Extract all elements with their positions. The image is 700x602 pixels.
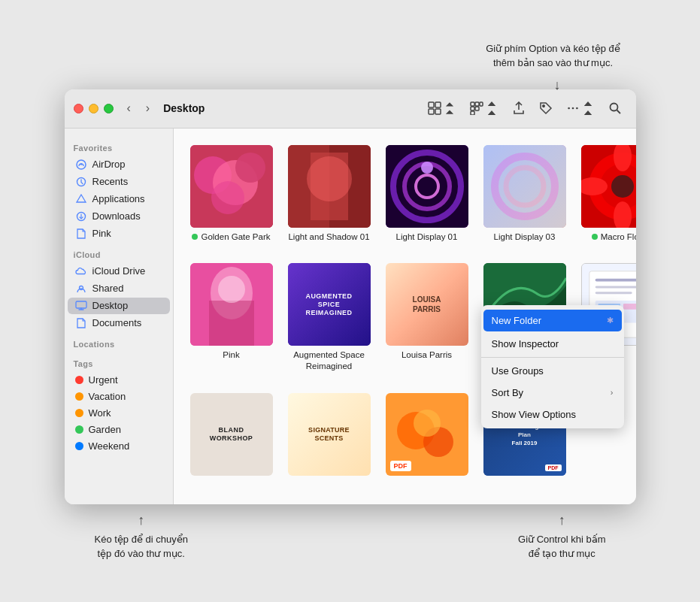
airdrop-icon (75, 159, 87, 171)
file-label-light-shadow: Light and Shadow 01 (288, 231, 369, 243)
annotation-right-text: Giữ Control khi bấm để tạo thư mục (518, 534, 605, 560)
sidebar-item-garden[interactable]: Garden (68, 422, 170, 437)
file-label-light-display-01: Light Display 01 (396, 231, 458, 243)
svg-point-35 (421, 162, 433, 174)
sidebar-item-weekend[interactable]: Weekend (68, 438, 170, 454)
context-menu-separator (481, 357, 624, 358)
file-item-augmented[interactable]: AUGMENTEDSPICEREIMAGINED Augmented Space… (283, 259, 375, 377)
shared-icon (75, 283, 87, 295)
file-item-louisa[interactable]: LOUISAPARRIS Louisa Parris (381, 259, 473, 377)
svg-rect-0 (429, 102, 434, 107)
file-label-light-display-03: Light Display 03 (494, 231, 556, 243)
svg-rect-1 (435, 102, 441, 107)
context-menu-item-show-inspector[interactable]: Show Inspector (481, 333, 624, 355)
sidebar-item-downloads[interactable]: Downloads (68, 208, 170, 225)
sidebar-item-urgent[interactable]: Urgent (68, 372, 170, 388)
file-item-light-shadow[interactable]: Light and Shadow 01 (283, 141, 375, 247)
minimize-button[interactable] (89, 104, 98, 113)
file-item-light-display-03[interactable]: Light Display 03 (479, 141, 571, 247)
view-button[interactable] (423, 98, 462, 119)
svg-point-65 (414, 410, 441, 437)
sidebar-item-work[interactable]: Work (68, 405, 170, 421)
sidebar-item-documents[interactable]: Documents (68, 315, 170, 331)
forward-button[interactable]: › (141, 98, 154, 118)
svg-rect-2 (429, 109, 434, 114)
sidebar-item-shared[interactable]: Shared (68, 280, 170, 297)
file-item-macro-flower[interactable]: Macro Flower (577, 141, 636, 247)
thumbnail-augmented: AUGMENTEDSPICEREIMAGINED (288, 263, 371, 346)
svg-rect-8 (475, 107, 479, 110)
annotation-right-arrow: ↑ (518, 510, 605, 531)
svg-point-17 (80, 163, 81, 165)
context-menu-item-sort-by[interactable]: Sort By › (481, 382, 624, 404)
sidebar-item-applications[interactable]: Applications (68, 191, 170, 207)
maximize-button[interactable] (104, 104, 114, 113)
file-label-pink: Pink (223, 349, 239, 361)
content-area: Golden Gate Park Light and Shadow 01 (174, 129, 636, 504)
svg-point-51 (218, 276, 245, 303)
context-menu-item-new-folder[interactable]: New Folder ✱ (483, 310, 622, 331)
icloud-drive-icon (75, 265, 87, 277)
documents-icon (75, 317, 87, 329)
context-menu-item-use-groups[interactable]: Use Groups (481, 360, 624, 382)
thumbnail-pink (190, 263, 273, 346)
file-item-bland[interactable]: BLANDWORKSHOP (186, 389, 277, 484)
svg-point-26 (211, 181, 244, 214)
svg-rect-55 (595, 279, 635, 282)
svg-rect-60 (623, 304, 635, 310)
title-bar: ‹ › Desktop (65, 89, 636, 129)
thumbnail-macro-flower (581, 145, 636, 228)
thumbnail-signature: SIGNATURESCENTS (288, 393, 371, 476)
svg-point-30 (307, 156, 352, 201)
more-button[interactable] (561, 98, 600, 119)
share-button[interactable] (507, 98, 531, 119)
annotation-bottom-right: ↑ Giữ Control khi bấm để tạo thư mục (518, 510, 605, 561)
sort-by-chevron-icon: › (611, 388, 614, 397)
search-button[interactable] (603, 98, 627, 119)
downloads-icon (75, 210, 87, 222)
sidebar-item-desktop[interactable]: Desktop (68, 298, 170, 314)
sidebar-label-pink: Pink (92, 228, 111, 239)
svg-rect-31 (386, 145, 468, 228)
file-item-pdf[interactable]: PDF (381, 389, 473, 484)
back-button[interactable]: ‹ (123, 98, 135, 118)
sidebar-item-pink[interactable]: Pink (68, 225, 170, 242)
recents-icon (75, 176, 87, 188)
context-menu-label-use-groups: Use Groups (492, 365, 544, 377)
svg-rect-7 (471, 107, 474, 110)
thumbnail-light-shadow (288, 145, 371, 228)
svg-point-14 (610, 104, 617, 111)
sidebar-label-airdrop: AirDrop (92, 159, 126, 170)
file-item-light-display-01[interactable]: Light Display 01 (381, 141, 473, 247)
svg-rect-56 (595, 286, 635, 289)
urgent-tag-dot (75, 376, 83, 384)
sidebar-item-icloud-drive[interactable]: iCloud Drive (68, 263, 170, 280)
svg-rect-50 (209, 301, 254, 346)
sidebar-label-desktop: Desktop (92, 300, 129, 311)
svg-rect-9 (471, 111, 474, 115)
file-item-signature[interactable]: SIGNATURESCENTS (283, 389, 375, 484)
applications-icon (75, 193, 87, 205)
status-dot-macro-flower (592, 234, 598, 240)
svg-rect-5 (475, 102, 479, 106)
context-menu-item-show-view-options[interactable]: Show View Options (481, 404, 624, 425)
file-item-pink[interactable]: Pink (186, 259, 277, 377)
close-button[interactable] (74, 104, 83, 113)
file-label-macro-flower: Macro Flower (592, 231, 636, 243)
section-label-icloud: iCloud (65, 243, 173, 262)
sidebar-item-vacation[interactable]: Vacation (68, 389, 170, 404)
context-menu: New Folder ✱ Show Inspector Use Groups S… (481, 305, 624, 428)
sidebar-item-recents[interactable]: Recents (68, 174, 170, 190)
thumbnail-light-display-01 (386, 145, 468, 228)
thumbnail-pdf: PDF (386, 393, 468, 476)
annotation-bottom-left: ↑ Kéo tệp để di chuyển tệp đó vào thư mụ… (95, 510, 188, 561)
svg-point-13 (576, 107, 578, 110)
context-menu-label-show-view-options: Show View Options (492, 409, 577, 420)
svg-point-25 (235, 153, 265, 183)
file-item-golden-gate-park[interactable]: Golden Gate Park (186, 141, 277, 247)
annotation-left-text: Kéo tệp để di chuyển tệp đó vào thư mục. (95, 534, 188, 560)
group-button[interactable] (465, 98, 504, 119)
sidebar-item-airdrop[interactable]: AirDrop (68, 156, 170, 173)
tag-button[interactable] (534, 98, 558, 119)
weekend-tag-dot (75, 442, 83, 450)
